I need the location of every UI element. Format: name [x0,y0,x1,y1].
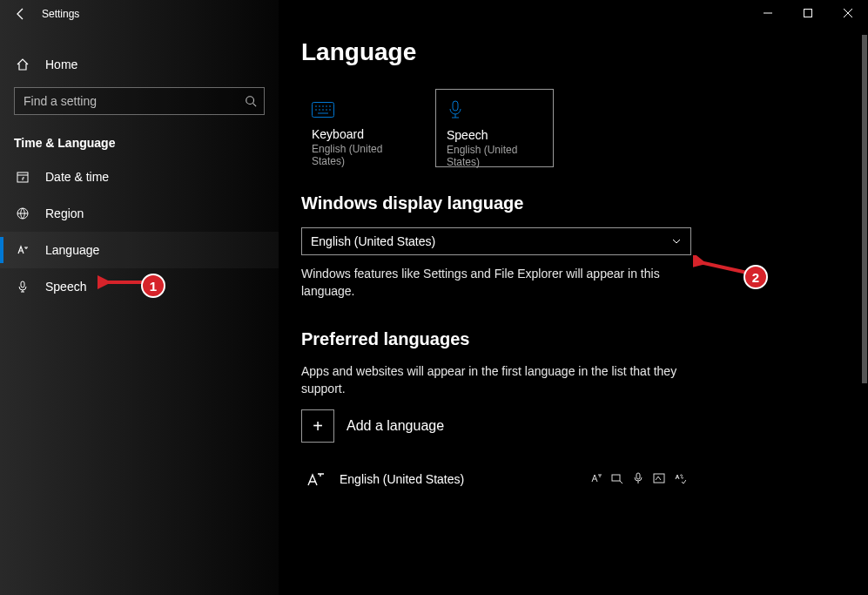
section-heading-preferred: Preferred languages [301,329,845,349]
sidebar: Settings Home Time & Language Date & tim… [0,0,279,595]
speech-recognition-icon [632,472,644,487]
tile-speech[interactable]: Speech English (United States) [435,89,554,167]
keyboard-icon [312,98,409,122]
annotation-badge-2: 2 [744,265,768,289]
svg-rect-7 [612,475,620,481]
main-pane: Language Keyboard English (United States… [279,0,868,595]
globe-icon [14,206,31,220]
preferred-help: Apps and websites will appear in the fir… [301,363,702,397]
window-title: Settings [42,8,79,20]
title-bar: Settings [0,0,279,28]
nav-item-label: Region [45,206,84,220]
handwriting-icon [653,472,665,487]
plus-icon: + [301,409,334,443]
dropdown-value: English (United States) [311,234,435,248]
add-language-label: Add a language [347,418,444,434]
language-name: English (United States) [340,472,464,486]
nav-home[interactable]: Home [0,47,279,82]
calendar-clock-icon [14,170,31,184]
add-language-button[interactable]: + Add a language [301,409,845,443]
nav-item-region[interactable]: Region [0,195,279,232]
section-heading-display-language: Windows display language [301,193,845,213]
svg-rect-3 [21,281,24,287]
display-language-dropdown[interactable]: English (United States) [301,227,691,255]
nav-item-label: Date & time [45,170,109,184]
svg-rect-6 [453,101,458,111]
search-box[interactable] [14,87,265,115]
summary-tiles: Keyboard English (United States) Speech … [301,89,845,167]
annotation-badge-1: 1 [141,274,165,298]
page-title: Language [301,38,845,66]
category-heading: Time & Language [0,115,279,159]
back-button[interactable] [0,0,42,28]
nav-item-label: Speech [45,280,86,294]
display-language-help: Windows features like Settings and File … [301,266,684,300]
language-icon [14,243,31,257]
home-icon [14,57,31,71]
text-to-speech-icon [611,472,623,487]
language-item[interactable]: English (United States) [301,460,691,498]
display-lang-icon [590,472,602,487]
nav-item-label: Language [45,243,99,257]
svg-point-0 [246,97,254,105]
microphone-icon [14,280,31,294]
tile-keyboard[interactable]: Keyboard English (United States) [301,89,420,167]
arrow-left-icon [14,7,28,21]
nav-item-language[interactable]: Language [0,232,279,268]
search-icon [245,95,257,107]
tile-subtitle: English (United States) [312,143,409,167]
language-char-icon [301,470,331,489]
spellcheck-icon [674,472,686,487]
svg-rect-8 [636,473,640,479]
tile-subtitle: English (United States) [447,144,542,168]
microphone-icon [447,98,542,123]
scrollbar[interactable] [862,35,867,383]
nav-item-date-time[interactable]: Date & time [0,159,279,195]
svg-line-11 [700,262,747,273]
tile-title: Keyboard [312,127,409,141]
language-capabilities [590,472,686,487]
search-input[interactable] [24,94,245,108]
chevron-down-icon [671,236,682,247]
nav-home-label: Home [45,57,77,71]
tile-title: Speech [447,128,542,142]
annotation-arrow-2 [693,255,750,280]
